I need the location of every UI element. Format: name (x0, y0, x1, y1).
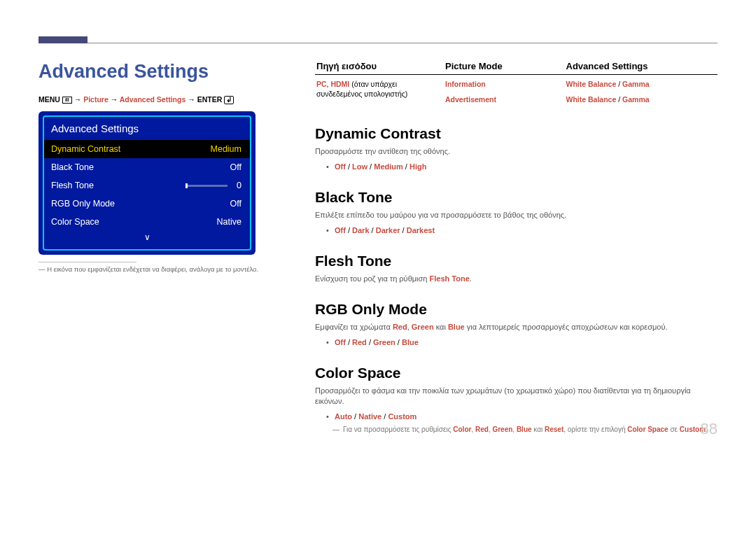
th-picture-mode: Picture Mode (444, 61, 565, 75)
opts-rgb-only: Off / Red / Green / Blue (315, 337, 718, 348)
breadcrumb: MENU III → Picture → Advanced Settings →… (38, 95, 290, 104)
osd-row-label: Dynamic Contrast (51, 144, 120, 154)
osd-row-label: Color Space (51, 217, 99, 227)
bc-enter: ENTER (197, 95, 223, 104)
section-rgb-only: RGB Only Mode (315, 301, 718, 318)
osd-row-value: Medium (211, 144, 241, 154)
bc-arrow-1: → (74, 95, 83, 104)
osd-row-value: 0 (237, 181, 241, 190)
th-advanced-settings: Advanced Settings (565, 61, 718, 75)
bc-menu: MENU (38, 95, 60, 104)
td-input-source: PC, HDMI (όταν υπάρχει συνδεδεμένος υπολ… (315, 75, 444, 106)
bc-arrow-3: → (188, 95, 197, 104)
osd-panel: Advanced Settings Dynamic Contrast Mediu… (38, 111, 255, 255)
section-color-space: Color Space (315, 365, 718, 381)
osd-row-flesh-tone[interactable]: Flesh Tone 0 (44, 176, 250, 195)
osd-row-label: Black Tone (51, 162, 94, 172)
osd-scroll-down-icon[interactable]: ∨ (44, 231, 250, 244)
osd-row-label: Flesh Tone (51, 181, 94, 190)
th-input-source: Πηγή εισόδου (315, 61, 444, 75)
desc-black-tone: Επιλέξτε επίπεδο του μαύρου για να προσα… (315, 210, 718, 220)
desc-rgb-only: Εμφανίζει τα χρώματα Red, Green και Blue… (315, 322, 718, 332)
bc-picture: Picture (83, 95, 108, 104)
td-picture-mode-advertisement: Advertisement (444, 90, 565, 106)
td-picture-mode-information: Information (444, 75, 565, 91)
desc-flesh-tone: Ενίσχυση του ροζ για τη ρύθμιση Flesh To… (315, 274, 718, 284)
top-border-accent (38, 35, 718, 43)
section-dynamic-contrast: Dynamic Contrast (315, 125, 718, 142)
bc-arrow-2: → (111, 95, 120, 104)
section-flesh-tone: Flesh Tone (315, 253, 718, 269)
footnote-divider (38, 262, 136, 262)
page-number: 88 (701, 420, 718, 438)
compat-table: Πηγή εισόδου Picture Mode Advanced Setti… (315, 61, 718, 106)
osd-row-color-space[interactable]: Color Space Native (44, 213, 250, 231)
osd-row-label: RGB Only Mode (51, 199, 115, 209)
opts-color-space: Auto / Native / Custom (315, 412, 718, 422)
desc-dynamic-contrast: Προσαρμόστε την αντίθεση της οθόνης. (315, 146, 718, 157)
osd-row-dynamic-contrast[interactable]: Dynamic Contrast Medium (44, 140, 250, 158)
opts-black-tone: Off / Dark / Darker / Darkest (315, 225, 718, 236)
osd-row-value: Off (230, 199, 241, 209)
bc-advanced: Advanced Settings (120, 95, 186, 104)
note-color-space: Για να προσαρμόσετε τις ρυθμίσεις Color,… (315, 425, 718, 435)
opts-dynamic-contrast: Off / Low / Medium / High (315, 162, 718, 172)
page-title: Advanced Settings (38, 61, 290, 83)
osd-row-rgb-only[interactable]: RGB Only Mode Off (44, 195, 250, 213)
section-black-tone: Black Tone (315, 189, 718, 206)
osd-title: Advanced Settings (44, 117, 250, 140)
td-adv-settings-b: White Balance / Gamma (565, 90, 718, 106)
menu-icon: III (62, 97, 72, 104)
osd-row-value: Native (217, 217, 241, 227)
desc-color-space: Προσαρμόζει το φάσμα και την ποικιλία τω… (315, 386, 718, 407)
osd-row-value: Off (230, 162, 241, 172)
osd-slider[interactable] (186, 185, 227, 187)
enter-icon (224, 96, 234, 104)
image-disclaimer-footnote: ― Η εικόνα που εμφανίζεται ενδέχεται να … (38, 265, 290, 273)
td-adv-settings-a: White Balance / Gamma (565, 75, 718, 91)
osd-row-black-tone[interactable]: Black Tone Off (44, 158, 250, 176)
